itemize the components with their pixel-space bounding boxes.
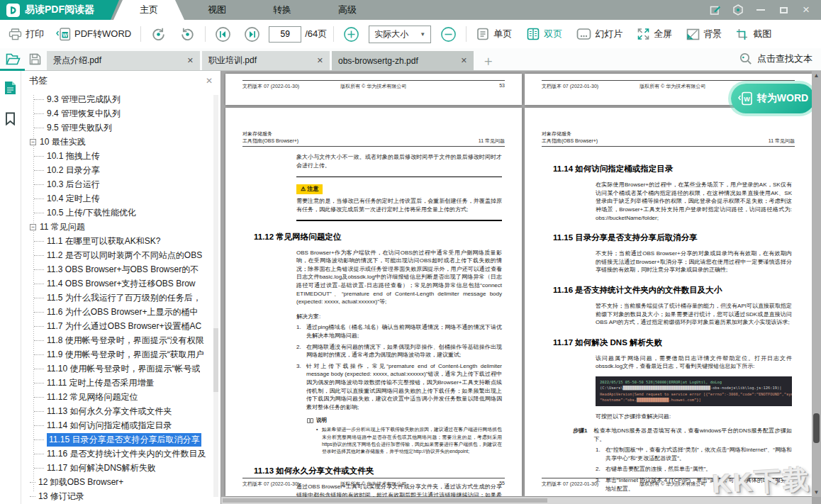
page-footer: 文档版本 07 (2022-01-30) 版权所有 © 华为技术有限公司 55 <box>242 478 505 488</box>
menu-tab-home[interactable]: 主页 <box>113 0 184 20</box>
scroll-up-icon[interactable]: ▲ <box>814 72 820 79</box>
next-page-button[interactable] <box>241 26 263 43</box>
bookmarks-panel: 书签 ✕ 9.3 管理已完成队列 9.4 管理恢复中队列 9.5 管理失败队列 … <box>21 71 221 504</box>
screenshot-button[interactable]: 截图 <box>733 28 774 40</box>
new-tab-button[interactable]: ＋ <box>476 52 501 70</box>
menu-tab-advanced[interactable]: 高级 <box>315 0 380 20</box>
pdf-viewer: 文档版本 07 (2022-01-30) 版权所有 © 华为技术有限公司 53 … <box>221 71 821 504</box>
settings-gear-icon[interactable] <box>732 4 744 16</box>
background-button[interactable]: 背景 <box>683 28 725 40</box>
horizontal-scrollbar[interactable] <box>221 497 812 504</box>
svg-text:W: W <box>62 31 68 38</box>
bookmark-item[interactable]: 9.5 管理失败队列 <box>21 121 220 135</box>
annotate-icon[interactable] <box>710 4 721 16</box>
bookmark-item[interactable]: 11.4 OBS Browser+支持迁移OBS Brow <box>21 276 220 291</box>
bookmark-flag-icon[interactable] <box>5 112 16 125</box>
fullscreen-button[interactable]: 全屏 <box>634 28 675 40</box>
bookmark-item[interactable]: 11.12 常见网络问题定位 <box>21 390 220 404</box>
maximize-button[interactable] <box>778 4 789 16</box>
open-file-icon[interactable] <box>6 53 21 65</box>
single-page-icon <box>476 28 490 40</box>
bookmark-item[interactable]: 11.8 使用帐号登录时，界面提示“没有权限 <box>21 333 220 347</box>
bookmark-item[interactable]: 11.17 如何解决DNS解析失败 <box>21 461 220 475</box>
doc-tab-1[interactable]: 景点介绍.pdf ✕ <box>47 51 200 70</box>
print-button[interactable]: 打印 <box>6 28 47 40</box>
bookmark-item[interactable]: 10.4 定时上传 <box>21 191 220 206</box>
main-area: 书签 ✕ 9.3 管理已完成队列 9.4 管理恢复中队列 9.5 管理失败队列 … <box>0 71 821 504</box>
bookmark-item[interactable]: 13 修订记录 <box>21 489 220 502</box>
bookmark-item[interactable]: 10.2 目录分享 <box>21 163 220 177</box>
pdf-to-word-button[interactable]: W PDF转WORD <box>52 28 134 41</box>
file-buttons <box>0 47 47 70</box>
bookmark-item[interactable]: 11.6 为什么OBS Browser+上显示的桶中 <box>21 305 220 319</box>
scroll-down-icon[interactable]: ▼ <box>814 489 820 495</box>
collapse-icon[interactable]: − <box>30 224 36 230</box>
paragraph: 解决方案: <box>296 313 502 321</box>
list-item: 1.在“控制面板”中，查看方式选择“类别”，依次点击“网络和internet”、… <box>596 446 792 462</box>
bookmark-item[interactable]: 11.10 使用帐号登录时，界面提示“帐号或 <box>21 362 220 376</box>
single-page-button[interactable]: 单页 <box>473 28 515 40</box>
bookmark-item[interactable]: 11.11 定时上传是否采用增量 <box>21 376 220 390</box>
horizontal-scroll-thumb[interactable] <box>223 498 547 503</box>
menu-tab-view[interactable]: 视图 <box>184 0 250 20</box>
panel-close-icon[interactable]: ✕ <box>206 76 213 86</box>
double-page-button[interactable]: 双页 <box>523 28 565 40</box>
previous-page-button[interactable] <box>212 26 234 43</box>
bookmark-item[interactable]: 9.4 管理恢复中队列 <box>21 106 220 121</box>
doc-tab-3-active[interactable]: obs-browsertg-zh.pdf ✕ <box>332 51 474 70</box>
fullscreen-icon <box>637 28 650 40</box>
list-item: 2.在网络联通没有问题的情况下，如果偶现列举操作、创桶操作等基础操作出现网络超时… <box>296 343 502 359</box>
zoom-in-button[interactable] <box>340 26 362 43</box>
bookmark-item[interactable]: 9.3 管理已完成队列 <box>21 92 220 106</box>
bookmark-item[interactable]: 10.1 拖拽上传 <box>21 149 220 163</box>
doc-tab-2[interactable]: 职业培训.pdf ✕ <box>202 51 330 70</box>
pdf-page-53-bottom: 文档版本 07 (2022-01-30) 版权所有 © 华为技术有限公司 53 <box>225 74 522 105</box>
tab-close-icon[interactable]: ✕ <box>455 56 467 65</box>
collapse-icon[interactable]: − <box>30 139 36 145</box>
bookmark-item[interactable]: 11.14 如何访问指定桶或指定目录 <box>21 418 220 432</box>
bookmark-item[interactable]: 11.1 在哪里可以获取AK和SK? <box>21 234 220 248</box>
zoom-mode-select[interactable]: 实际大小 ▼ <box>369 26 431 43</box>
search-icon <box>739 52 752 65</box>
menu-tab-convert[interactable]: 转换 <box>250 0 315 20</box>
bookmark-item[interactable]: 12 卸载OBS Browser+ <box>21 475 220 489</box>
section-heading: 11.16 是否支持统计文件夹内的文件数目及大小 <box>553 285 792 296</box>
slideshow-button[interactable]: 幻灯片 <box>574 28 625 40</box>
word-doc-icon: W <box>55 28 71 41</box>
double-page-icon <box>526 28 540 40</box>
close-button[interactable]: × <box>800 4 812 16</box>
bookmark-item[interactable]: 10.3 后台运行 <box>21 177 220 191</box>
document-tabbar: 景点介绍.pdf ✕ 职业培训.pdf ✕ obs-browsertg-zh.p… <box>0 48 821 71</box>
bookmark-item[interactable]: 11.5 为什么我运行了百万级别的任务后， <box>21 291 220 305</box>
tab-close-icon[interactable]: ✕ <box>181 56 194 65</box>
bookmark-item-selected[interactable]: 11.15 目录分享是否支持分享后取消分享 <box>21 432 220 447</box>
bookmark-item[interactable]: 10.5 上传/下载性能优化 <box>21 206 220 220</box>
background-icon <box>686 28 700 40</box>
step-1: 步骤1 检查本地DNS服务器是否填写有误，查看windows平台的DNS服务配置… <box>573 427 792 443</box>
bookmarks-title: 书签 <box>29 74 48 87</box>
find-text-button[interactable]: 点击查找文本 <box>739 47 821 70</box>
bookmark-item-expandable[interactable]: −11 常见问题 <box>21 220 220 234</box>
rotate-right-button[interactable] <box>177 26 199 43</box>
save-icon[interactable] <box>29 53 41 65</box>
page-number-input[interactable] <box>269 26 301 43</box>
word-doc-icon: W <box>737 91 753 106</box>
rotate-left-button[interactable] <box>147 26 169 43</box>
bookmark-item[interactable]: 11.7 为什么通过OBS Browser+设置桶AC <box>21 319 220 333</box>
vertical-scroll-thumb[interactable] <box>813 413 820 443</box>
convert-to-word-button[interactable]: W 转为WORD <box>731 84 815 113</box>
bookmark-item-expandable[interactable]: −10 最佳实践 <box>21 135 220 149</box>
list-item: 1.通过ping桶域名（桶名.域名）确认当前网络联通情况；网络不通的情况下请优先… <box>296 323 502 340</box>
paragraph: OBS Browser+作为客户端软件，在访问OBS的过程中通常受用户侧网络质量… <box>296 249 502 306</box>
minimize-button[interactable] <box>755 4 766 16</box>
bookmark-item[interactable]: 11.13 如何永久分享文件或文件夹 <box>21 404 220 418</box>
bookmark-item[interactable]: 11.16 是否支持统计文件夹内的文件数目及 <box>21 447 220 461</box>
bookmark-item[interactable]: 11.3 OBS Browser+与OBS Browser的不 <box>21 262 220 276</box>
bookmarks-panel-icon[interactable] <box>4 81 16 95</box>
tab-close-icon[interactable]: ✕ <box>311 56 323 65</box>
separator <box>140 26 141 42</box>
zoom-out-button[interactable] <box>437 26 459 43</box>
bookmark-item[interactable]: 11.9 使用帐号登录时，界面提示“获取用户 <box>21 347 220 362</box>
bookmark-item[interactable]: 11.2 是否可以同时装两个不同站点的OBS <box>21 248 220 262</box>
page-header: 对象存储服务工具指南(OBS Browser+) 11 常见问题 <box>242 130 505 147</box>
